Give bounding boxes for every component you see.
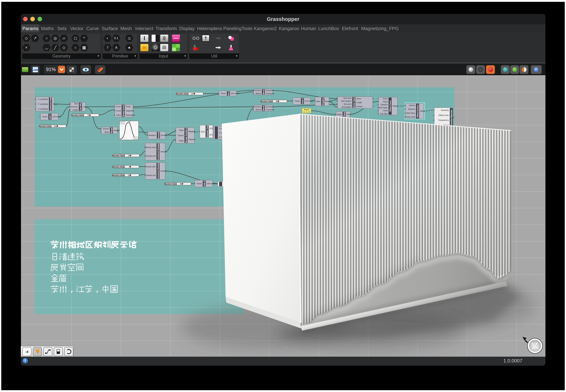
svg-text:Construct Domain: Construct Domain: [157, 163, 159, 179]
svg-text:0:1: 0:1: [134, 137, 137, 139]
svg-text:Both Sides: Both Sides: [406, 112, 415, 114]
svg-text:Distance: Distance: [381, 104, 388, 106]
svg-text:Tangents: Tangents: [126, 110, 133, 112]
svg-text:Y coordinate: Y coordinate: [38, 103, 48, 105]
svg-text:Panel: Panel: [304, 109, 309, 111]
svg-text:Transparency: Transparency: [438, 119, 449, 121]
svg-text:Transform: Transform: [266, 93, 274, 95]
svg-text:Unit vector: Unit vector: [52, 116, 61, 118]
svg-text:Number Slider: Number Slider: [112, 174, 125, 176]
svg-text:Factor: Factor: [295, 100, 300, 102]
svg-text:Distance: Distance: [408, 108, 415, 110]
svg-text:Points: Points: [126, 106, 131, 108]
svg-text:Unit Z: Unit Z: [301, 98, 304, 104]
svg-text:Unit Y: Unit Y: [49, 114, 51, 119]
svg-text:Unit vector: Unit vector: [207, 183, 215, 185]
svg-text:Unit vector: Unit vector: [305, 100, 313, 102]
svg-text:Origin: Origin: [337, 113, 342, 115]
svg-text:Z coordinate: Z coordinate: [38, 108, 48, 110]
svg-text:Number Slider: Number Slider: [72, 114, 84, 116]
svg-text:Steps: Steps: [104, 131, 109, 133]
svg-text:Mapped: Mapped: [188, 131, 195, 133]
svg-text:{0;0}: {0;0}: [209, 127, 213, 129]
svg-text:Start point: Start point: [343, 97, 351, 99]
svg-text:Both Sides: Both Sides: [379, 107, 388, 109]
svg-text:Start: Start: [74, 103, 78, 105]
svg-text:Bezier Span: Bezier Span: [353, 97, 355, 108]
svg-text:Numbers: Numbers: [149, 134, 156, 136]
svg-text:Diffuse Color: Diffuse Color: [438, 114, 449, 116]
svg-text:Plane: Plane: [343, 112, 345, 117]
svg-text:Number Slider: Number Slider: [260, 100, 273, 102]
svg-text:Length: Length: [72, 109, 78, 111]
svg-text:200: 200: [54, 125, 57, 127]
svg-text:Curve: Curve: [356, 98, 361, 100]
svg-text:Geometry: Geometry: [253, 89, 261, 91]
svg-text:Value: Value: [316, 100, 320, 102]
svg-text:End tangent: End tangent: [342, 106, 351, 108]
svg-text:Number Slider: Number Slider: [39, 125, 52, 127]
svg-text:Move: Move: [262, 106, 265, 111]
svg-text:Domain end: Domain end: [146, 174, 156, 176]
svg-text:Plane: Plane: [383, 101, 388, 103]
svg-text:Kinks: Kinks: [383, 110, 388, 112]
svg-text:Data: Data: [201, 131, 205, 133]
svg-text:{0;1}: {0;1}: [209, 134, 213, 136]
svg-text:Target: Target: [179, 140, 184, 142]
svg-text:X coordinate: X coordinate: [38, 98, 48, 100]
svg-text:Offset Curve: Offset Curve: [389, 100, 391, 112]
svg-text:Factor: Factor: [197, 183, 202, 185]
svg-text:Count: Count: [116, 110, 121, 112]
svg-text:Length: Length: [356, 101, 362, 103]
svg-text:Geometry: Geometry: [441, 109, 449, 111]
svg-text:Geometry: Geometry: [266, 106, 274, 108]
svg-text:Range: Range: [114, 129, 119, 131]
svg-text:End point: End point: [344, 103, 351, 105]
svg-text:Transform: Transform: [266, 109, 274, 111]
svg-text:Kinks: Kinks: [116, 114, 121, 116]
svg-text:Motion: Motion: [255, 109, 261, 111]
svg-text:Construct Point: Construct Point: [49, 97, 52, 111]
svg-text:Domain start: Domain start: [145, 166, 156, 168]
svg-text:Domain end: Domain end: [146, 155, 156, 157]
svg-text:Direction: Direction: [71, 106, 78, 108]
svg-text:Domain start: Domain start: [145, 146, 156, 148]
svg-text:Create Solid: Create Solid: [405, 116, 415, 118]
svg-text:Remap Numbers: Remap Numbers: [185, 128, 187, 143]
svg-text:Factor: Factor: [221, 93, 226, 95]
svg-text:Domain: Domain: [103, 128, 109, 130]
svg-text:Unit Z: Unit Z: [227, 91, 230, 96]
svg-text:Domain: Domain: [356, 105, 362, 108]
svg-text:Curve: Curve: [383, 98, 388, 100]
svg-text:{0,0,0}: {0,0,0}: [303, 111, 310, 113]
svg-text:0:1: 0:1: [121, 122, 124, 124]
svg-text:Motion: Motion: [255, 93, 261, 95]
svg-text:Number Slider: Number Slider: [112, 166, 125, 168]
svg-text:Offset: Offset: [393, 105, 397, 107]
svg-text:Unit X: Unit X: [203, 181, 205, 186]
svg-text:Start tangent: Start tangent: [341, 100, 351, 102]
svg-text:Geometry: Geometry: [253, 106, 261, 108]
svg-text:Geometry: Geometry: [266, 89, 274, 91]
svg-text:Factor: Factor: [43, 116, 48, 118]
svg-text:Offset Surface: Offset Surface: [417, 105, 419, 118]
svg-text:Range: Range: [110, 127, 113, 133]
svg-text:Unit vector: Unit vector: [231, 93, 239, 95]
svg-text:Bounds: Bounds: [157, 132, 160, 139]
svg-text:Move: Move: [262, 89, 265, 94]
svg-text:Negative: Negative: [322, 97, 324, 105]
svg-text:Divide Curve: Divide Curve: [122, 105, 124, 116]
svg-text:Cap Type: Cap Type: [380, 113, 388, 115]
svg-text:120: 120: [191, 93, 194, 95]
svg-text:Curve: Curve: [116, 106, 121, 108]
svg-text:Clipped: Clipped: [188, 139, 194, 140]
svg-text:Source: Source: [178, 135, 184, 137]
svg-text:Number Slider: Number Slider: [176, 93, 189, 95]
svg-text:Surface: Surface: [409, 104, 415, 106]
svg-text:Number Slider: Number Slider: [112, 154, 125, 157]
svg-text:Explode Tree: Explode Tree: [206, 126, 208, 138]
svg-text:Number Slider: Number Slider: [164, 183, 177, 185]
svg-text:Value: Value: [179, 129, 184, 131]
svg-text:Construct Domain: Construct Domain: [157, 143, 159, 160]
svg-text:Line SDL: Line SDL: [79, 103, 82, 111]
